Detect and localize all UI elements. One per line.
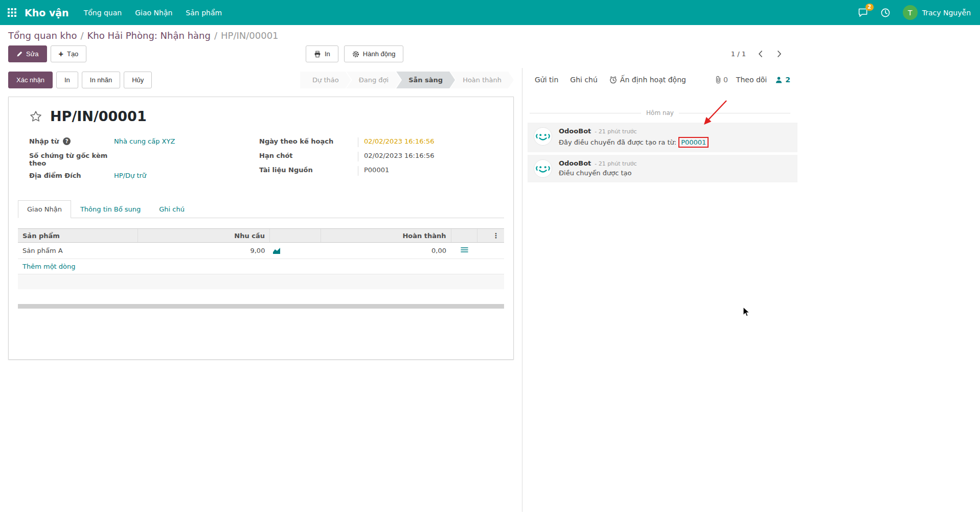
apps-grid-icon xyxy=(8,8,16,17)
cell-done[interactable]: 0,00 xyxy=(321,243,451,259)
record-title: HP/IN/00001 xyxy=(50,108,147,124)
forecast-chart-icon[interactable] xyxy=(272,247,281,254)
nav-menu-overview[interactable]: Tổng quan xyxy=(77,0,129,25)
favorite-star-button[interactable] xyxy=(29,110,42,123)
source-transfer-link[interactable]: P00001 xyxy=(678,137,709,148)
control-panel: Tổng quan kho/Kho Hải Phòng: Nhận hàng/H… xyxy=(0,25,980,68)
nav-menu-products[interactable]: Sản phẩm xyxy=(179,0,229,25)
attachments-count: 0 xyxy=(723,76,728,84)
form-view-area: Xác nhận In In nhãn Hủy Dự thảo Đang đợi… xyxy=(0,68,522,512)
cell-product[interactable]: Sản phẩm A xyxy=(18,243,138,259)
create-button[interactable]: + Tạo xyxy=(51,45,87,62)
statusbar: Xác nhận In In nhãn Hủy Dự thảo Đang đợi… xyxy=(0,68,522,91)
destination-field-label: Địa điểm Đích xyxy=(29,172,114,181)
empty-table-row xyxy=(18,289,504,304)
follow-button[interactable]: Theo dõi xyxy=(736,76,767,84)
pager-next-button[interactable] xyxy=(777,50,782,58)
cancel-button[interactable]: Hủy xyxy=(124,72,152,88)
tab-additional-info[interactable]: Thông tin Bổ sung xyxy=(71,200,150,218)
destination-field-value[interactable]: HP/Dự trữ xyxy=(114,172,146,181)
help-question-icon: ? xyxy=(63,137,71,145)
clock-icon xyxy=(880,8,891,18)
star-icon xyxy=(29,110,42,123)
edit-button[interactable]: Sửa xyxy=(8,45,47,62)
breadcrumb: Tổng quan kho/Kho Hải Phòng: Nhận hàng/H… xyxy=(8,30,972,41)
message-time: - 21 phút trước xyxy=(595,128,636,135)
app-name[interactable]: Kho vận xyxy=(24,0,77,25)
origin-field-label: Số chứng từ gốc kèm theo xyxy=(29,152,114,167)
chatter-message: OdooBot - 21 phút trước Đây điều chuyển … xyxy=(528,123,797,152)
pencil-icon xyxy=(16,51,22,57)
scheduled-date-label: Ngày theo kế hoạch xyxy=(259,137,358,147)
status-step-done[interactable]: Hoàn thành xyxy=(450,72,514,88)
navbar-spacer xyxy=(229,0,852,25)
deadline-value: 02/02/2023 16:16:56 xyxy=(358,152,450,161)
status-step-waiting[interactable]: Đang đợi xyxy=(347,72,401,88)
user-avatar: T xyxy=(903,5,918,20)
breadcrumb-overview-link[interactable]: Tổng quan kho xyxy=(8,30,77,41)
print-menu-button[interactable]: In xyxy=(306,45,338,62)
apps-menu-button[interactable] xyxy=(0,0,24,25)
nav-menu-transfers[interactable]: Giao Nhận xyxy=(128,0,179,25)
move-lines-table: Sản phẩm Nhu cầu Hoàn thành ⋮ Sản phẩm A… xyxy=(18,228,504,304)
status-step-ready[interactable]: Sẵn sàng xyxy=(396,72,455,88)
optional-columns-icon[interactable]: ⋮ xyxy=(492,231,499,240)
add-line-row[interactable]: Thêm một dòng xyxy=(18,259,504,274)
tab-operations[interactable]: Giao Nhận xyxy=(18,200,71,218)
scheduled-date-value: 02/02/2023 16:16:56 xyxy=(358,137,450,147)
message-body: Đây điều chuyển đã được tạo ra từ:P00001 xyxy=(559,137,709,148)
send-message-button[interactable]: Gửi tin xyxy=(535,76,558,84)
log-note-button[interactable]: Ghi chú xyxy=(570,76,598,84)
messages-count-badge: 2 xyxy=(865,4,874,11)
followers-button[interactable]: 2 xyxy=(775,76,790,84)
partner-field-label: Nhập từ ? xyxy=(29,137,114,147)
column-header-product[interactable]: Sản phẩm xyxy=(18,229,138,243)
print-labels-button[interactable]: In nhãn xyxy=(82,72,120,88)
notebook-tabs: Giao Nhận Thông tin Bổ sung Ghi chú xyxy=(18,200,504,218)
status-step-draft[interactable]: Dự thảo xyxy=(300,72,351,88)
column-header-done[interactable]: Hoàn thành xyxy=(321,229,451,243)
odoobot-avatar xyxy=(534,159,552,178)
printer-icon xyxy=(314,51,321,58)
validate-button[interactable]: Xác nhận xyxy=(8,72,53,88)
status-pipeline: Dự thảo Đang đợi Sẵn sàng Hoàn thành xyxy=(300,72,514,88)
action-menu-button[interactable]: Hành động xyxy=(344,45,404,62)
attachments-button[interactable]: 0 xyxy=(715,76,728,84)
chevron-left-icon xyxy=(758,50,763,58)
top-navbar: Kho vận Tổng quan Giao Nhận Sản phẩm 2 T… xyxy=(0,0,980,25)
deadline-label: Hạn chót xyxy=(259,152,358,161)
paperclip-icon xyxy=(715,76,721,84)
source-document-value: P00001 xyxy=(358,166,450,176)
schedule-activity-button[interactable]: Ấn định hoạt động xyxy=(609,76,686,84)
breadcrumb-operation-link[interactable]: Kho Hải Phòng: Nhận hàng xyxy=(87,30,210,41)
message-time: - 21 phút trước xyxy=(595,160,636,167)
control-panel-buttons-row: Sửa + Tạo In Hành động xyxy=(8,45,972,63)
chatter-panel: Gửi tin Ghi chú Ấn định hoạt động 0 Theo… xyxy=(522,68,797,512)
chevron-right-icon xyxy=(777,50,782,58)
table-row[interactable]: Sản phẩm A 9,00 0,00 xyxy=(18,243,504,259)
partner-field-value[interactable]: Nhà cung cấp XYZ xyxy=(114,137,175,147)
source-document-label: Tài liệu Nguồn xyxy=(259,166,358,176)
user-name: Tracy Nguyễn xyxy=(922,9,971,17)
user-menu[interactable]: T Tracy Nguyễn xyxy=(897,0,980,25)
gear-icon xyxy=(352,51,359,58)
column-header-detail xyxy=(451,229,477,243)
activities-systray-button[interactable] xyxy=(874,0,897,25)
cell-demand[interactable]: 9,00 xyxy=(138,243,270,259)
detailed-operations-icon[interactable] xyxy=(461,247,468,253)
messages-systray-button[interactable]: 2 xyxy=(852,0,874,25)
pager-count: 1 / 1 xyxy=(731,50,746,58)
empty-table-row xyxy=(18,274,504,289)
horizontal-scrollbar[interactable] xyxy=(18,304,504,309)
followers-count: 2 xyxy=(785,76,790,84)
activity-clock-icon xyxy=(609,76,617,84)
date-divider: Hôm nay xyxy=(530,109,790,116)
chatter-message: OdooBot - 21 phút trước Điều chuyển được… xyxy=(528,155,797,182)
pager-previous-button[interactable] xyxy=(758,50,763,58)
print-button[interactable]: In xyxy=(56,72,78,88)
form-sheet: HP/IN/00001 Nhập từ ? Nhà cung cấp XYZ S… xyxy=(8,97,514,360)
breadcrumb-current: HP/IN/00001 xyxy=(221,30,279,41)
column-header-demand[interactable]: Nhu cầu xyxy=(138,229,270,243)
chatter-topbar: Gửi tin Ghi chú Ấn định hoạt động 0 Theo… xyxy=(522,68,797,91)
tab-note[interactable]: Ghi chú xyxy=(150,200,194,218)
